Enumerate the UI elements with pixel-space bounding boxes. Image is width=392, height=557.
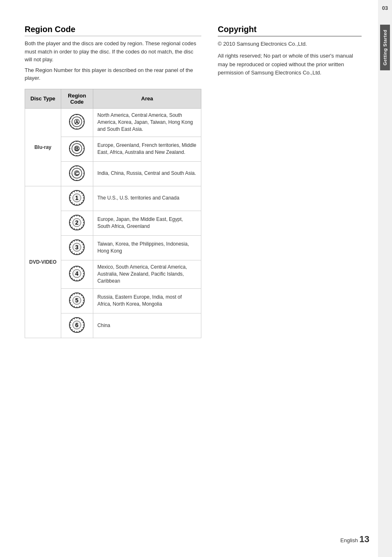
region-area-cell: Mexico, South America, Central America, …: [93, 260, 201, 288]
region-icon-cell: 5: [61, 288, 93, 313]
region-icon-cell: 2: [61, 211, 93, 235]
svg-line-14: [83, 118, 83, 118]
region-area-cell: Russia, Eastern Europe, India, most of A…: [93, 288, 201, 313]
svg-line-45: [80, 167, 81, 167]
sidebar: 03 Getting Started: [378, 0, 392, 557]
bluray-region-icon: C: [69, 165, 85, 181]
svg-line-5: [80, 128, 81, 128]
svg-line-27: [73, 142, 74, 143]
region-area-cell: North America, Central America, South Am…: [93, 108, 201, 137]
svg-line-51: [81, 202, 82, 203]
bluray-region-icon: A: [69, 114, 85, 130]
svg-line-101: [81, 242, 82, 243]
svg-line-46: [83, 169, 83, 170]
svg-line-112: [72, 278, 73, 279]
dvd-region-icon: 5: [69, 292, 85, 309]
svg-line-74: [72, 227, 73, 227]
copyright-line1: © 2010 Samsung Electronics Co.,Ltd.: [218, 40, 362, 49]
dvd-region-icon: 4: [69, 265, 85, 282]
svg-line-40: [71, 176, 71, 177]
footer-language: English: [340, 537, 358, 543]
disc-type-cell: Blu-ray: [25, 108, 61, 186]
svg-line-55: [72, 202, 73, 203]
svg-text:B: B: [75, 146, 79, 152]
region-area-cell: Europe, Japan, the Middle East, Egypt, S…: [93, 211, 201, 235]
svg-line-8: [71, 125, 71, 125]
svg-line-30: [83, 145, 83, 145]
svg-line-63: [81, 193, 82, 193]
col-area: Area: [93, 89, 201, 108]
svg-line-43: [73, 167, 74, 167]
region-icon-cell: 6: [61, 313, 93, 338]
svg-text:2: 2: [75, 219, 78, 226]
svg-line-139: [81, 295, 82, 296]
svg-line-4: [83, 125, 83, 125]
svg-line-116: [72, 269, 73, 269]
region-icon-cell: A: [61, 108, 93, 137]
svg-text:1: 1: [75, 195, 78, 201]
svg-line-97: [72, 242, 73, 243]
region-table: Disc Type Region Code Area Blu-ray A Nor…: [25, 89, 201, 338]
region-area-cell: The U.S., U.S. territories and Canada: [93, 186, 201, 211]
svg-line-29: [80, 142, 81, 143]
col-disc-type: Disc Type: [25, 89, 61, 108]
svg-line-59: [72, 193, 73, 193]
col-region-code: Region Code: [61, 89, 93, 108]
region-area-cell: Taiwan, Korea, the Philippines, Indonesi…: [93, 235, 201, 260]
svg-line-89: [81, 251, 82, 252]
region-icon-cell: B: [61, 137, 93, 161]
svg-line-154: [72, 320, 73, 320]
svg-line-70: [81, 227, 82, 227]
svg-line-93: [72, 251, 73, 252]
svg-text:C: C: [75, 171, 79, 176]
svg-line-11: [73, 115, 74, 116]
region-intro-2: The Region Number for this player is des…: [25, 66, 201, 82]
svg-line-21: [80, 154, 81, 155]
svg-text:4: 4: [75, 270, 78, 277]
svg-line-150: [72, 329, 73, 330]
copyright-title: Copyright: [218, 25, 362, 37]
region-icon-cell: C: [61, 161, 93, 186]
region-area-cell: Europe, Greenland, French territories, M…: [93, 137, 201, 161]
sidebar-chapter-number: 03: [382, 5, 388, 11]
region-area-cell: India, China, Russia, Central and South …: [93, 161, 201, 186]
svg-line-26: [71, 145, 71, 145]
svg-line-36: [83, 176, 83, 177]
svg-line-13: [80, 115, 81, 116]
dvd-region-icon: 3: [69, 239, 85, 255]
svg-line-24: [71, 152, 71, 152]
region-code-title: Region Code: [25, 25, 201, 36]
dvd-region-icon: 2: [69, 214, 85, 231]
svg-line-7: [73, 128, 74, 128]
svg-line-158: [81, 320, 82, 320]
disc-type-cell: DVD-VIDEO: [25, 186, 61, 338]
svg-line-135: [72, 295, 73, 296]
svg-line-120: [81, 269, 82, 269]
svg-text:5: 5: [75, 297, 78, 304]
svg-text:6: 6: [75, 322, 78, 328]
svg-line-146: [81, 329, 82, 330]
svg-line-127: [81, 304, 82, 305]
footer: English 13: [340, 534, 369, 545]
region-icon-cell: 1: [61, 186, 93, 211]
svg-line-78: [72, 217, 73, 218]
sidebar-chapter-label: Getting Started: [380, 25, 390, 70]
svg-line-39: [73, 179, 74, 180]
svg-line-10: [71, 118, 71, 118]
svg-line-82: [81, 217, 82, 218]
bluray-region-icon: B: [69, 140, 85, 157]
svg-line-131: [72, 304, 73, 305]
region-icon-cell: 4: [61, 260, 93, 288]
svg-text:A: A: [75, 119, 79, 125]
svg-line-23: [73, 154, 74, 155]
dvd-region-icon: 6: [69, 317, 85, 333]
svg-line-37: [80, 179, 81, 180]
region-icon-cell: 3: [61, 235, 93, 260]
svg-text:3: 3: [75, 244, 78, 251]
svg-line-20: [83, 152, 83, 152]
svg-line-108: [81, 278, 82, 279]
region-intro-1: Both the player and the discs are coded …: [25, 39, 201, 64]
footer-page-number: 13: [360, 534, 369, 544]
region-area-cell: China: [93, 313, 201, 338]
copyright-line2: All rights reserved; No part or whole of…: [218, 52, 362, 77]
